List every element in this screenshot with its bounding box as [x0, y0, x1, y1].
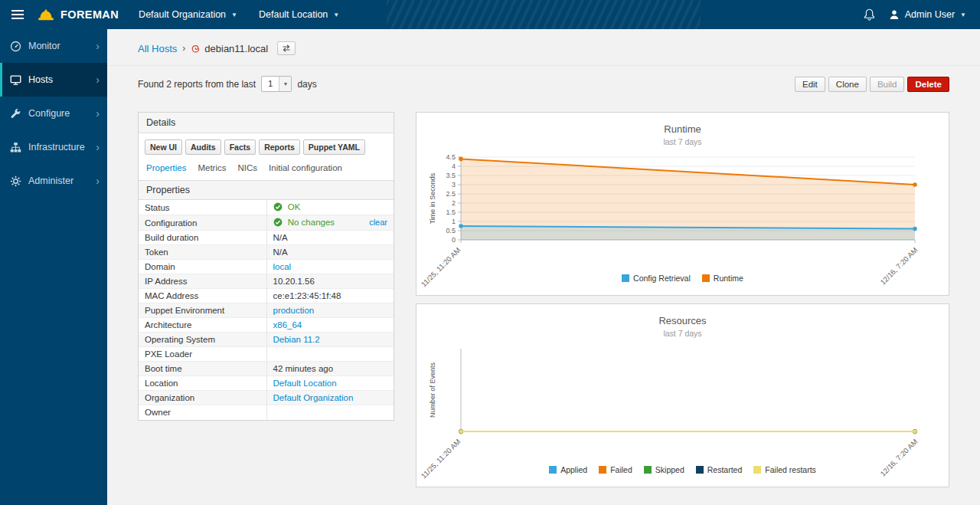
legend-item-config-retrieval[interactable]: Config Retrieval — [622, 274, 691, 283]
tab-metrics[interactable]: Metrics — [198, 163, 226, 172]
properties-table: Status OK Configuration No changes clear — [139, 200, 394, 420]
property-value-text[interactable]: Default Location — [273, 379, 337, 388]
runtime-chart-card: Runtime last 7 days 00.511.522.533.544.5… — [416, 112, 949, 296]
property-row: Owner — [139, 405, 394, 420]
property-value-text[interactable]: x86_64 — [273, 320, 302, 330]
sidebar-item-label: Hosts — [28, 74, 53, 85]
new-ui-button[interactable]: New UI — [145, 139, 182, 155]
top-navbar: FOREMAN Default Organization ▼ Default L… — [0, 0, 980, 29]
svg-text:0: 0 — [452, 236, 456, 244]
sidebar-item-label: Monitor — [28, 41, 60, 51]
hosts-screen-icon — [10, 74, 21, 86]
property-row: Token N/A — [139, 245, 394, 260]
property-row: Organization Default Organization — [139, 391, 394, 405]
foreman-brand[interactable]: FOREMAN — [37, 8, 119, 21]
reports-found-text: Found 2 reports from the last — [138, 79, 256, 90]
days-select[interactable]: 1 ▼ — [261, 76, 292, 92]
organization-selector[interactable]: Default Organization ▼ — [128, 0, 248, 29]
legend-item-skipped[interactable]: Skipped — [644, 465, 684, 474]
wrench-icon — [10, 108, 21, 120]
navbar-right: Admin User ▼ — [864, 8, 980, 21]
menu-toggle-button[interactable] — [0, 0, 35, 29]
sidebar-nav: Monitor › Hosts › Configure › Infrastruc… — [0, 29, 107, 505]
legend-item-runtime[interactable]: Runtime — [702, 274, 743, 283]
content-row: Details New UI Audits Facts Reports Pupp… — [107, 100, 980, 487]
svg-text:0.5: 0.5 — [446, 227, 456, 234]
svg-text:3.5: 3.5 — [446, 172, 456, 179]
legend-item-failed[interactable]: Failed — [599, 465, 632, 474]
sidebar-item-monitor[interactable]: Monitor › — [0, 29, 107, 63]
property-value-text[interactable]: Default Organization — [273, 393, 354, 402]
property-value-text: ce:e1:23:45:1f:48 — [273, 291, 341, 300]
svg-text:Time in Seconds: Time in Seconds — [429, 172, 436, 224]
svg-text:1: 1 — [452, 218, 456, 225]
sidebar-item-administer[interactable]: Administer › — [0, 164, 107, 198]
property-value: No changes clear — [266, 215, 394, 231]
sidebar-item-label: Administer — [28, 175, 74, 186]
legend-swatch — [622, 274, 629, 282]
legend-swatch — [599, 466, 606, 474]
switch-ui-toggle-button[interactable] — [277, 41, 296, 55]
property-value: ce:e1:23:45:1f:48 — [266, 289, 394, 303]
tab-nics[interactable]: NICs — [237, 163, 257, 172]
clone-button[interactable]: Clone — [828, 77, 867, 92]
legend-item-failed-restarts[interactable]: Failed restarts — [753, 465, 816, 474]
legend-item-restarted[interactable]: Restarted — [696, 465, 743, 474]
property-value: Default Organization — [266, 391, 394, 405]
chevron-right-icon: › — [96, 74, 100, 85]
property-value-text[interactable]: local — [273, 262, 292, 271]
property-value-text: N/A — [273, 248, 288, 257]
user-icon — [889, 9, 900, 20]
notifications-button[interactable] — [864, 8, 875, 21]
property-value: local — [266, 260, 394, 274]
property-value: 10.20.1.56 — [266, 274, 394, 289]
facts-button[interactable]: Facts — [224, 139, 256, 155]
user-menu[interactable]: Admin User ▼ — [889, 9, 966, 20]
audits-button[interactable]: Audits — [185, 139, 221, 155]
location-selector[interactable]: Default Location ▼ — [248, 0, 350, 29]
reports-summary: Found 2 reports from the last 1 ▼ days — [138, 76, 317, 92]
property-row: Architecture x86_64 — [139, 318, 394, 333]
property-label: Owner — [139, 405, 266, 420]
property-row: Boot time 42 minutes ago — [139, 362, 394, 376]
chevron-right-icon: › — [96, 41, 100, 51]
property-value-text[interactable]: production — [273, 306, 315, 315]
property-value-text[interactable]: Debian 11.2 — [273, 335, 320, 344]
ok-check-icon — [273, 218, 283, 228]
property-row: MAC Address ce:e1:23:45:1f:48 — [139, 289, 394, 303]
debian-os-icon — [191, 44, 201, 54]
reports-button[interactable]: Reports — [259, 139, 300, 155]
property-label: Token — [139, 245, 266, 260]
user-name: Admin User — [905, 9, 955, 20]
property-row: IP Address 10.20.1.56 — [139, 274, 394, 289]
property-label: Puppet Environment — [139, 303, 266, 318]
legend-item-applied[interactable]: Applied — [549, 465, 587, 474]
brand-name: FOREMAN — [60, 8, 119, 21]
swap-arrows-icon — [282, 44, 291, 52]
property-value: 42 minutes ago — [266, 362, 394, 376]
resources-chart-card: Resources last 7 days 11/25, 11:20 AM12/… — [416, 303, 949, 487]
runtime-chart-legend: Config RetrievalRuntime — [416, 274, 949, 283]
runtime-chart-plot: 00.511.522.533.544.511/25, 11:20 AM12/16… — [426, 151, 939, 277]
sidebar-item-label: Configure — [28, 108, 70, 119]
tab-properties[interactable]: Properties — [146, 163, 186, 172]
puppet-yaml-button[interactable]: Puppet YAML — [303, 139, 365, 155]
reports-toolbar: Found 2 reports from the last 1 ▼ days E… — [107, 66, 980, 100]
delete-button[interactable]: Delete — [907, 77, 949, 92]
bell-icon — [864, 8, 875, 21]
property-value: Debian 11.2 — [266, 333, 394, 347]
chevron-right-icon: › — [96, 175, 100, 186]
sidebar-item-configure[interactable]: Configure › — [0, 97, 107, 130]
property-row: Puppet Environment production — [139, 303, 394, 318]
tab-initial-configuration[interactable]: Initial configuration — [269, 163, 342, 172]
breadcrumb-all-hosts-link[interactable]: All Hosts — [138, 43, 177, 54]
property-value-text: No changes — [288, 218, 335, 227]
build-button[interactable]: Build — [870, 77, 905, 92]
edit-button[interactable]: Edit — [795, 77, 825, 92]
sidebar-item-hosts[interactable]: Hosts › — [0, 63, 107, 97]
main-content: All Hosts › debian11.local Found 2 repor… — [107, 29, 980, 505]
legend-swatch — [644, 466, 652, 474]
sidebar-item-infrastructure[interactable]: Infrastructure › — [0, 130, 107, 164]
clear-link[interactable]: clear — [369, 218, 387, 227]
location-label: Default Location — [259, 9, 328, 20]
